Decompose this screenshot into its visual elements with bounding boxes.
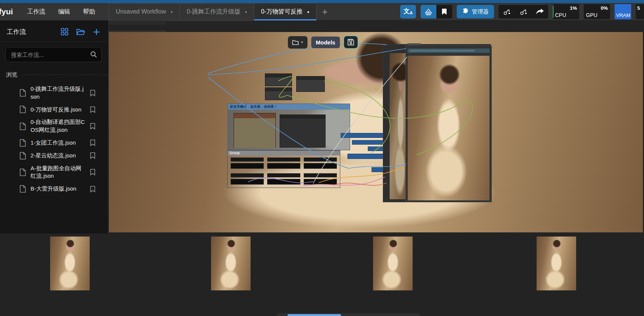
manager-button[interactable]: 管理器 bbox=[457, 5, 494, 18]
save-workflow-button[interactable] bbox=[344, 36, 358, 49]
mini-node[interactable] bbox=[267, 157, 300, 169]
search-input[interactable] bbox=[5, 47, 102, 62]
menu-workflow[interactable]: 工作流 bbox=[27, 8, 45, 16]
vacuum-icon bbox=[503, 8, 511, 15]
document-icon bbox=[20, 139, 26, 147]
models-button[interactable]: Models bbox=[311, 37, 340, 48]
app-logo: fyui bbox=[0, 7, 13, 16]
prompt-group-panel[interactable]: 提改关键词，改衣服，改场景！ bbox=[228, 104, 350, 150]
node-widget-row bbox=[108, 25, 166, 30]
source-image-preview bbox=[109, 32, 643, 232]
list-item[interactable]: A-批量跑图全自动网红流.json bbox=[0, 165, 107, 180]
sidebar-header: 工作流 bbox=[0, 21, 107, 41]
unsaved-dot: ● bbox=[307, 10, 309, 14]
gallery-scrollbar-track[interactable] bbox=[277, 313, 420, 316]
gallery-thumbnail[interactable] bbox=[211, 237, 251, 290]
bookmark-icon[interactable] bbox=[90, 152, 95, 159]
cpu-usage-tile: 1% CPU bbox=[553, 4, 579, 19]
translate-icon: 文A bbox=[404, 8, 413, 15]
load-image-node[interactable] bbox=[108, 21, 167, 126]
save-floppy-icon bbox=[347, 39, 354, 46]
list-item[interactable]: 0-跳舞工作流升级版.json bbox=[0, 85, 107, 101]
sidebar-header-actions bbox=[61, 28, 100, 36]
chevron-down-icon: ▼ bbox=[301, 41, 304, 44]
clear-vram-button[interactable] bbox=[499, 5, 515, 18]
header-controls: 文A 管理器 bbox=[400, 4, 644, 19]
list-item[interactable]: 2-星云幼态流.json bbox=[0, 152, 107, 160]
group-panel[interactable]: Group bbox=[227, 150, 340, 188]
document-icon bbox=[20, 185, 26, 193]
open-folder-icon[interactable] bbox=[76, 28, 85, 36]
mountain-icon bbox=[424, 8, 433, 15]
vacuum-icon bbox=[520, 8, 527, 15]
share-button[interactable] bbox=[532, 5, 548, 18]
workflow-file-name: 2-星云幼态流.json bbox=[31, 152, 86, 160]
gallery-thumbnail[interactable] bbox=[373, 237, 413, 290]
grid-templates-icon[interactable] bbox=[61, 28, 69, 36]
workflow-file-name: 1-女团工作流.json bbox=[31, 139, 86, 147]
workflow-search bbox=[5, 47, 102, 62]
vram-label: VRAM bbox=[616, 12, 630, 18]
manager-label: 管理器 bbox=[472, 8, 489, 15]
list-item[interactable]: 0-自动翻译遮挡面部COS网红流.json bbox=[0, 118, 107, 134]
tab-label: 0-跳舞工作流升级版 bbox=[187, 8, 240, 16]
workflow-tabs: Unsaved Workflow ● 0-跳舞工作流升级版 ● 0-万物皆可反推… bbox=[109, 3, 333, 21]
gpu-label: GPU bbox=[586, 12, 597, 18]
bookmark-icon[interactable] bbox=[90, 139, 95, 146]
workflows-sidebar: 工作流 浏览 bbox=[0, 21, 107, 234]
workflow-file-name: 0-万物皆可反推.json bbox=[31, 106, 86, 114]
gallery-thumbnail[interactable] bbox=[537, 237, 576, 290]
menubar: fyui 工作流 编辑 帮助 Unsaved Workflow ● 0-跳舞工作… bbox=[0, 3, 644, 21]
menu-help[interactable]: 帮助 bbox=[83, 8, 95, 16]
bookmark-icon[interactable] bbox=[90, 106, 95, 113]
document-icon bbox=[20, 152, 26, 160]
cpu-value: 1% bbox=[570, 5, 577, 11]
bookmark-icon[interactable] bbox=[90, 90, 95, 96]
tab-dance-workflow[interactable]: 0-跳舞工作流升级版 ● bbox=[180, 3, 254, 21]
small-node[interactable] bbox=[265, 73, 292, 86]
new-tab-button[interactable]: + bbox=[317, 3, 333, 21]
workflow-file-name: 0-跳舞工作流升级版.json bbox=[31, 85, 86, 101]
dark-node[interactable] bbox=[280, 114, 326, 148]
mini-node[interactable] bbox=[304, 173, 337, 185]
preview-image-node[interactable] bbox=[405, 46, 492, 202]
prompt-text-node[interactable] bbox=[234, 113, 276, 148]
mini-node[interactable] bbox=[231, 173, 264, 185]
main-menu: 工作流 编辑 帮助 bbox=[27, 8, 95, 16]
unsaved-dot: ● bbox=[170, 10, 173, 14]
bookmark-icon[interactable] bbox=[90, 186, 95, 192]
workflow-file-name: 0-自动翻译遮挡面部COS网红流.json bbox=[31, 118, 86, 134]
puzzle-icon bbox=[462, 8, 469, 15]
section-divider bbox=[22, 75, 107, 75]
graph-canvas[interactable]: ▼ Models 提改关键词，改衣服，改场景！ bbox=[108, 21, 644, 234]
tab-reverse-anything[interactable]: 0-万物皆可反推 ● bbox=[254, 3, 317, 21]
tab-unsaved-workflow[interactable]: Unsaved Workflow ● bbox=[109, 3, 180, 21]
list-item[interactable]: B-大雷升级版.json bbox=[0, 185, 107, 193]
workflow-folder-button[interactable]: ▼ bbox=[288, 36, 307, 49]
gallery-thumbnail[interactable] bbox=[50, 237, 90, 290]
workflow-file-name: A-批量跑图全自动网红流.json bbox=[31, 165, 86, 180]
translate-button[interactable]: 文A bbox=[400, 5, 416, 18]
browse-section-header[interactable]: 浏览 bbox=[0, 69, 107, 82]
tab-label: 0-万物皆可反推 bbox=[261, 8, 303, 16]
small-node[interactable] bbox=[296, 76, 325, 92]
bookmark-toggle-button[interactable] bbox=[436, 5, 452, 18]
comfyui-window: fyui 工作流 编辑 帮助 Unsaved Workflow ● 0-跳舞工作… bbox=[0, 0, 644, 316]
new-workflow-plus-icon[interactable] bbox=[93, 28, 100, 36]
templates-button[interactable] bbox=[421, 5, 436, 18]
small-node[interactable] bbox=[265, 87, 292, 100]
node-title-bar bbox=[407, 43, 421, 45]
menu-edit[interactable]: 编辑 bbox=[58, 8, 70, 16]
gallery-scrollbar-thumb[interactable] bbox=[288, 314, 341, 316]
unsaved-dot: ● bbox=[245, 10, 247, 14]
list-item[interactable]: 0-万物皆可反推.json bbox=[0, 105, 107, 113]
list-item[interactable]: 1-女团工作流.json bbox=[0, 139, 107, 147]
bookmark-icon[interactable] bbox=[90, 123, 95, 130]
gpu-usage-tile: 0% GPU bbox=[584, 4, 610, 19]
mini-node[interactable] bbox=[267, 173, 300, 185]
mini-node[interactable] bbox=[304, 157, 337, 169]
clear-models-button[interactable] bbox=[515, 5, 532, 18]
bookmark-icon[interactable] bbox=[90, 169, 95, 176]
mini-node[interactable] bbox=[231, 157, 264, 169]
vram-usage-tile: VRAM bbox=[615, 4, 631, 19]
